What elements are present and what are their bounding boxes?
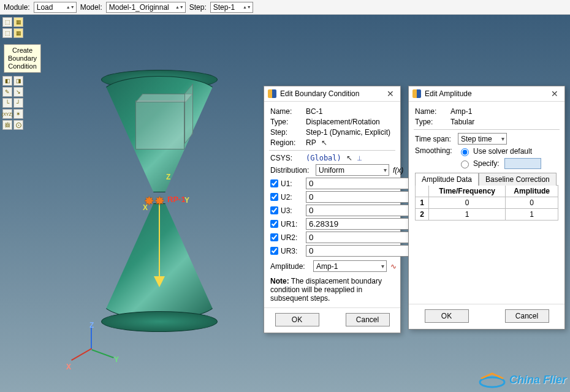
axis-z-label: Z — [166, 173, 170, 181]
create-bc-tooltip: Create Boundary Condition — [4, 44, 41, 73]
tool-icon[interactable]: ✎ — [2, 87, 12, 97]
pick-region-icon[interactable]: ↖ — [321, 138, 327, 147]
module-label: Module: — [4, 3, 30, 12]
part-cube — [135, 100, 184, 149]
amplitude-value: Amp-1 — [316, 262, 381, 271]
ur2-input[interactable] — [306, 232, 416, 243]
tool-icon[interactable]: ⨀ — [13, 120, 23, 130]
context-bar: Module: Load ▲▼ Model: Model-1_Originnal… — [0, 0, 570, 15]
ur1-check[interactable]: UR1: — [270, 220, 298, 228]
edit-amplitude-dialog: Edit Amplitude ✕ Name:Amp-1 Type:Tabular… — [408, 86, 565, 330]
smoothing-specify-radio[interactable]: Specify: — [458, 158, 541, 169]
timespan-select[interactable]: Step time ▾ — [458, 133, 507, 145]
amplitude-table[interactable]: Time/Frequency Amplitude 1 0 0 2 1 1 — [415, 185, 558, 221]
tab-baseline-correction[interactable]: Baseline Correction — [479, 173, 557, 186]
ur3-input[interactable] — [306, 245, 416, 257]
amp-type-value: Tabular — [450, 118, 474, 126]
bc-region-label: Region: — [270, 138, 302, 147]
bc-name-value: BC-1 — [306, 107, 322, 116]
step-label: Step: — [189, 3, 207, 12]
step-select[interactable]: Step-1 ▲▼ — [210, 2, 253, 13]
distribution-label: Distribution: — [270, 166, 312, 175]
ur1-input[interactable] — [306, 218, 416, 230]
tool-icon[interactable]: ⿒ — [2, 120, 12, 130]
table-row: 2 1 1 — [416, 209, 558, 221]
cell-amp[interactable]: 0 — [506, 197, 558, 209]
triad-x-label: X — [66, 363, 71, 371]
ur3-check[interactable]: UR3: — [270, 247, 298, 255]
create-bc-icon[interactable]: ⬚ — [2, 28, 12, 38]
bc-manager-icon[interactable]: ▦ — [13, 28, 23, 38]
tab-amplitude-data[interactable]: Amplitude Data — [415, 173, 479, 186]
bc-type-value: Displacement/Rotation — [306, 118, 380, 126]
tool-icon[interactable]: ◨ — [13, 76, 23, 86]
u1-check[interactable]: U1: — [270, 179, 298, 188]
timespan-label: Time span: — [415, 135, 454, 143]
rotation-bc-icon: ✸✸ — [144, 194, 165, 208]
create-amplitude-icon[interactable]: ∿ — [390, 262, 397, 271]
csys-triad-icon[interactable]: ⟂ — [357, 154, 362, 162]
tool-icon[interactable]: ✶ — [13, 109, 23, 119]
amp-name-label: Name: — [415, 107, 447, 116]
tool-icon[interactable]: └ — [2, 98, 12, 108]
spinner-icon: ▲▼ — [243, 6, 251, 9]
model-select[interactable]: Model-1_Originnal ▲▼ — [106, 2, 186, 13]
smoothing-solver-radio[interactable]: Use solver default — [458, 146, 541, 156]
dialog-title: Edit Amplitude — [425, 89, 545, 98]
timespan-value: Step time — [461, 135, 501, 143]
u1-input[interactable] — [306, 178, 416, 189]
chevron-down-icon: ▾ — [501, 135, 504, 142]
distribution-select[interactable]: Uniform ▾ — [316, 164, 389, 176]
bc-name-label: Name: — [270, 107, 302, 116]
amplitude-label: Amplitude: — [270, 262, 310, 271]
close-icon[interactable]: ✕ — [549, 89, 561, 99]
cancel-button[interactable]: Cancel — [346, 313, 390, 326]
amp-type-label: Type: — [415, 118, 447, 126]
ok-button[interactable]: OK — [425, 309, 469, 323]
cancel-button[interactable]: Cancel — [505, 309, 549, 323]
model-label: Model: — [80, 3, 102, 12]
csys-value: (Global) — [306, 154, 341, 162]
model-geometry: RP-1 ✸✸ Z Y X — [58, 44, 260, 363]
distribution-value: Uniform — [319, 166, 384, 175]
u3-input[interactable] — [306, 205, 416, 216]
pick-csys-icon[interactable]: ↖ — [346, 154, 352, 162]
table-row: 1 0 0 — [416, 197, 558, 209]
app-icon — [412, 89, 421, 98]
dialog-title: Edit Boundary Condition — [280, 89, 381, 98]
tool-icon[interactable]: ┘ — [13, 98, 23, 108]
tool-icon[interactable]: ↘ — [13, 87, 23, 97]
cell-time[interactable]: 0 — [429, 197, 506, 209]
col-time: Time/Frequency — [429, 186, 506, 197]
watermark: China Flier — [478, 371, 566, 390]
bc-step-value: Step-1 (Dynamic, Explicit) — [306, 128, 390, 137]
u2-input[interactable] — [306, 191, 416, 203]
spinner-icon: ▲▼ — [175, 6, 184, 9]
amplitude-select[interactable]: Amp-1 ▾ — [313, 260, 387, 272]
tool-icon[interactable]: ◧ — [2, 76, 12, 86]
smoothing-label: Smoothing: — [415, 146, 454, 155]
ur2-check[interactable]: UR2: — [270, 233, 298, 242]
model-value: Model-1_Originnal — [109, 3, 173, 12]
u3-check[interactable]: U3: — [270, 206, 298, 215]
tool-icon[interactable]: ⬚ — [2, 17, 12, 27]
global-triad: Z Y X — [67, 325, 116, 374]
cell-amp[interactable]: 1 — [506, 209, 558, 221]
fx-icon[interactable]: f(x) — [393, 166, 403, 175]
module-value: Load — [37, 3, 64, 12]
chevron-down-icon: ▾ — [384, 167, 387, 173]
edit-bc-dialog: Edit Boundary Condition ✕ Name:BC-1 Type… — [264, 86, 401, 333]
chevron-down-icon: ▾ — [381, 263, 384, 270]
note-label: Note: — [270, 277, 289, 285]
module-select[interactable]: Load ▲▼ — [34, 2, 77, 13]
ok-button[interactable]: OK — [275, 313, 319, 326]
close-icon[interactable]: ✕ — [384, 89, 397, 99]
u2-check[interactable]: U2: — [270, 193, 298, 202]
smoothing-specify-input[interactable] — [504, 158, 541, 169]
bc-type-label: Type: — [270, 118, 302, 126]
cell-time[interactable]: 1 — [429, 209, 506, 221]
xyz-tool-icon[interactable]: (XYZ) — [2, 109, 12, 119]
tool-icon[interactable]: ▦ — [13, 17, 23, 27]
viewport[interactable]: ⬚ ▦ ⬚ ▦ ◧ ◨ ✎ ↘ └ ┘ (XYZ) ✶ ⿒ ⨀ Create B… — [0, 15, 570, 392]
svg-point-0 — [480, 377, 504, 387]
